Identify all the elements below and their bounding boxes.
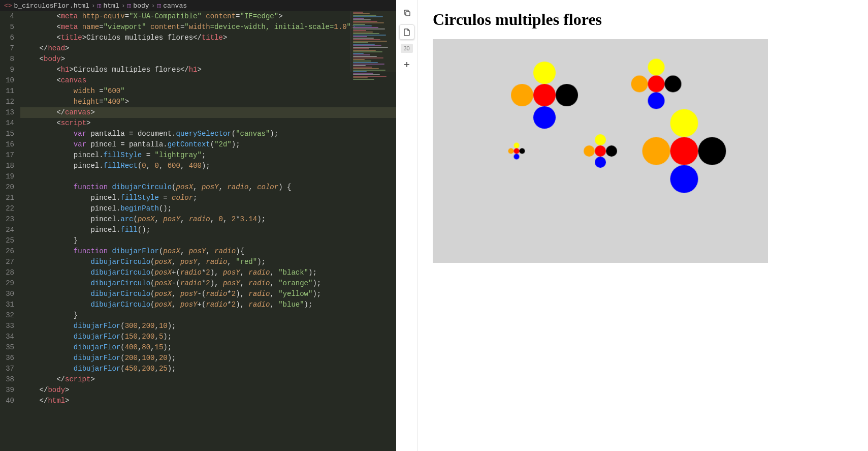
preview-content: Circulos multiples flores — [417, 0, 868, 451]
cube-icon: ◫ — [127, 2, 132, 10]
breadcrumb-segment[interactable]: canvas — [163, 2, 187, 10]
breadcrumb-file[interactable]: b_circulosFlor.html — [14, 2, 89, 10]
breadcrumb-segment[interactable]: html — [103, 2, 119, 10]
preview-toolbar: 30 — [396, 0, 417, 451]
cube-icon: ◫ — [157, 2, 161, 10]
chevron-right-icon: › — [121, 2, 125, 10]
plus-icon[interactable] — [399, 57, 414, 72]
preview-pane: 30 Circulos multiples flores — [396, 0, 868, 451]
file-icon: <> — [4, 2, 12, 10]
breadcrumb-segment[interactable]: body — [133, 2, 149, 10]
code-editor-pane: <> b_circulosFlor.html › ◫ html › ◫ body… — [0, 0, 396, 451]
minimap[interactable] — [350, 11, 396, 72]
line-number-gutter: 4567891011121314151617181920212223242526… — [0, 11, 20, 451]
svg-rect-1 — [406, 12, 410, 16]
chevron-right-icon: › — [91, 2, 95, 10]
code-area[interactable]: 4567891011121314151617181920212223242526… — [0, 11, 396, 451]
file-icon[interactable] — [399, 24, 414, 40]
code-content[interactable]: <meta http-equiv="X-UA-Compatible" conte… — [20, 11, 396, 451]
line-badge: 30 — [401, 44, 413, 53]
breadcrumb[interactable]: <> b_circulosFlor.html › ◫ html › ◫ body… — [0, 0, 396, 11]
cube-icon: ◫ — [98, 2, 102, 10]
chevron-right-icon: › — [151, 2, 155, 10]
preview-canvas — [433, 39, 768, 263]
copy-icon[interactable] — [399, 5, 414, 20]
page-title: Circulos multiples flores — [433, 10, 853, 29]
